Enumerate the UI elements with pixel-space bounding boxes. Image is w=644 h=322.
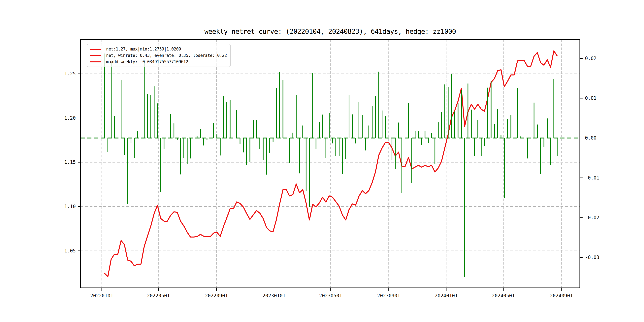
legend-item-label: net:1.27, max|min:1.2759|1.0209 xyxy=(106,47,181,52)
y-right-tick-label: -0.01 xyxy=(585,175,599,181)
x-tick-label: 20220901 xyxy=(205,293,228,298)
legend: net:1.27, max|min:1.2759|1.0209 net, win… xyxy=(87,44,231,67)
x-tick-label: 20220501 xyxy=(147,293,170,298)
gridlines xyxy=(80,40,580,288)
x-tick-label: 20230101 xyxy=(262,293,286,298)
y-left-tick-label: 1.20 xyxy=(64,115,76,121)
x-tick-label: 20240101 xyxy=(435,293,458,298)
figure: 2022010120220501202209012023010120230501… xyxy=(0,0,644,322)
legend-line-swatch xyxy=(90,49,101,50)
net-line-series xyxy=(104,51,557,276)
y-left-tick-label: 1.10 xyxy=(64,204,76,209)
legend-item: maxdd_weekly: -0.03491755577109612 xyxy=(90,59,227,64)
x-tick-label: 20220101 xyxy=(90,293,113,298)
legend-item: net:1.27, max|min:1.2759|1.0209 xyxy=(90,46,227,52)
y-right-tick-label: 0.01 xyxy=(585,96,596,101)
y-right-tick-label: -0.03 xyxy=(585,254,599,260)
legend-line-swatch xyxy=(90,55,101,56)
y-left-tick-label: 1.25 xyxy=(64,71,76,76)
x-tick-label: 20240901 xyxy=(550,293,573,298)
y-right-tick-label: 0.02 xyxy=(585,56,596,61)
plot-border xyxy=(80,40,580,288)
legend-item-label: maxdd_weekly: -0.03491755577109612 xyxy=(106,60,188,64)
y-left-tick-label: 1.15 xyxy=(64,160,76,165)
y-right-tick-label: -0.02 xyxy=(585,215,599,220)
legend-item-label: net, winrate: 0.43, evenrate: 0.35, lose… xyxy=(106,53,227,58)
y-left-tick-label: 1.05 xyxy=(64,248,76,254)
x-tick-label: 20230501 xyxy=(319,293,342,298)
net-line xyxy=(104,51,557,276)
legend-item: net, winrate: 0.43, evenrate: 0.35, lose… xyxy=(90,53,227,58)
weekly-ret-bars xyxy=(104,54,557,277)
y-right-tick-label: 0.00 xyxy=(585,135,596,141)
chart-title: weekly netret curve: (20220104, 20240823… xyxy=(80,28,580,36)
legend-line-swatch xyxy=(90,62,101,62)
x-tick-label: 20240501 xyxy=(492,293,515,298)
x-tick-label: 20230901 xyxy=(377,293,400,298)
